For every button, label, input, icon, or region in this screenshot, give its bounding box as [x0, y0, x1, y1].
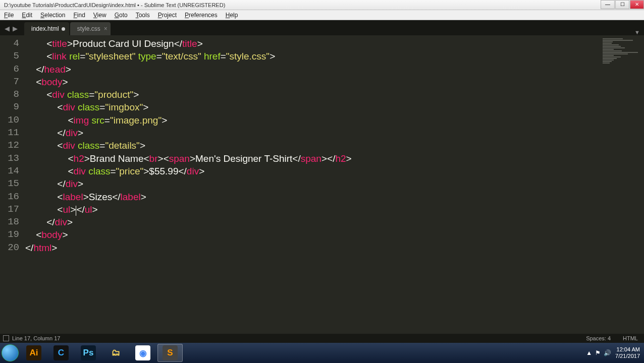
- minimap-line: [603, 50, 622, 51]
- menu-view[interactable]: View: [89, 11, 111, 20]
- menu-goto[interactable]: Goto: [111, 11, 132, 20]
- line-number[interactable]: 11: [0, 127, 25, 139]
- tab-index-html[interactable]: index.html: [24, 22, 69, 35]
- code-line[interactable]: <div class="imgbox">: [25, 101, 599, 113]
- tray-chevron-icon[interactable]: ▲: [586, 349, 592, 356]
- code-line[interactable]: <h2>Brand Name<br><span>Men's Designer T…: [25, 152, 599, 165]
- code-line[interactable]: </div>: [25, 177, 599, 190]
- tray-volume-icon[interactable]: 🔊: [604, 349, 611, 356]
- line-number[interactable]: 15: [0, 177, 25, 190]
- line-number[interactable]: 17: [0, 203, 25, 216]
- tray-icons[interactable]: ▲ ⚑ 🔊: [586, 349, 611, 356]
- tab-dirty-icon: [62, 27, 65, 31]
- nav-forward-icon[interactable]: ▶: [13, 25, 18, 32]
- line-number[interactable]: 9: [0, 101, 25, 113]
- tab-bar: ◀ ▶ index.htmlstyle.css× ▼: [0, 20, 644, 35]
- tray-time: 12:04 AM: [615, 346, 640, 353]
- status-position[interactable]: Line 17, Column 17: [12, 335, 60, 341]
- code-line[interactable]: <body>: [25, 76, 599, 88]
- tray-date: 7/21/2017: [615, 353, 640, 359]
- maximize-button[interactable]: ☐: [615, 0, 629, 9]
- line-number[interactable]: 14: [0, 165, 25, 177]
- minimap-line: [603, 43, 612, 44]
- minimap-line: [603, 59, 614, 60]
- taskbar-explorer[interactable]: 🗂: [103, 344, 128, 362]
- tab-dropdown-icon[interactable]: ▼: [634, 29, 640, 35]
- menu-bar: FileEditSelectionFindViewGotoToolsProjec…: [0, 10, 644, 20]
- menu-tools[interactable]: Tools: [132, 11, 154, 20]
- menu-project[interactable]: Project: [154, 11, 181, 20]
- line-number[interactable]: 13: [0, 152, 25, 165]
- minimap-line: [603, 55, 614, 56]
- line-number[interactable]: 4: [0, 37, 25, 50]
- taskbar-c4d[interactable]: C: [48, 344, 74, 362]
- minimap-line: [603, 41, 613, 42]
- line-number[interactable]: 19: [0, 228, 25, 241]
- taskbar-illustrator[interactable]: Ai: [21, 344, 46, 362]
- window-controls: — ☐ ✕: [600, 0, 644, 10]
- minimap[interactable]: [599, 35, 644, 340]
- line-number[interactable]: 10: [0, 114, 25, 127]
- line-number[interactable]: 12: [0, 139, 25, 152]
- status-icon[interactable]: [3, 335, 9, 341]
- line-number[interactable]: 8: [0, 88, 25, 101]
- code-line[interactable]: <body>: [25, 228, 599, 241]
- windows-taskbar: AiCPs🗂◉S ▲ ⚑ 🔊 12:04 AM 7/21/2017: [0, 343, 644, 363]
- tab-style-css[interactable]: style.css×: [70, 22, 111, 35]
- minimap-line: [603, 53, 628, 54]
- chrome-icon: ◉: [135, 345, 150, 360]
- tray-clock[interactable]: 12:04 AM 7/21/2017: [615, 346, 640, 359]
- tab-label: index.html: [31, 25, 59, 32]
- minimap-line: [603, 40, 633, 41]
- menu-edit[interactable]: Edit: [18, 11, 36, 20]
- code-line[interactable]: <div class="price">$55.99</div>: [25, 165, 599, 177]
- menu-file[interactable]: File: [0, 11, 18, 20]
- code-line[interactable]: <div class="product">: [25, 88, 599, 101]
- editor[interactable]: 4567891011121314151617181920 <title>Prod…: [0, 35, 644, 340]
- code-line[interactable]: </div>: [25, 127, 599, 139]
- code-line[interactable]: </html>: [25, 241, 599, 254]
- menu-find[interactable]: Find: [69, 11, 89, 20]
- status-bar: Line 17, Column 17 Spaces: 4 HTML: [0, 334, 644, 343]
- text-cursor: [76, 206, 76, 216]
- code-area[interactable]: <title>Product Card UI Design</title> <l…: [25, 35, 599, 340]
- line-number[interactable]: 20: [0, 241, 25, 254]
- tray-action-center-icon[interactable]: ⚑: [595, 349, 601, 356]
- code-line[interactable]: <img src="image.png">: [25, 114, 599, 127]
- status-syntax[interactable]: HTML: [617, 335, 644, 341]
- close-button[interactable]: ✕: [630, 0, 644, 9]
- code-line[interactable]: <label>Sizes</label>: [25, 191, 599, 203]
- system-tray[interactable]: ▲ ⚑ 🔊 12:04 AM 7/21/2017: [586, 346, 644, 359]
- line-number[interactable]: 6: [0, 63, 25, 76]
- minimap-line: [603, 56, 621, 57]
- explorer-icon: 🗂: [108, 345, 123, 360]
- minimap-line: [603, 61, 612, 62]
- minimap-line: [603, 38, 623, 39]
- menu-selection[interactable]: Selection: [36, 11, 69, 20]
- start-button[interactable]: [0, 343, 20, 363]
- code-line[interactable]: </head>: [25, 63, 599, 76]
- line-number[interactable]: 18: [0, 216, 25, 228]
- taskbar-sublime[interactable]: S: [157, 344, 183, 362]
- gutter: 4567891011121314151617181920: [0, 35, 25, 340]
- menu-preferences[interactable]: Preferences: [181, 11, 222, 20]
- status-spaces[interactable]: Spaces: 4: [580, 335, 617, 341]
- code-line[interactable]: <div class="details">: [25, 139, 599, 152]
- code-line[interactable]: <ul></ul>: [25, 203, 599, 216]
- code-line[interactable]: </div>: [25, 216, 599, 228]
- nav-back-icon[interactable]: ◀: [5, 25, 10, 32]
- taskbar-chrome[interactable]: ◉: [130, 344, 155, 362]
- menu-help[interactable]: Help: [222, 11, 242, 20]
- line-number[interactable]: 7: [0, 76, 25, 88]
- photoshop-icon: Ps: [81, 345, 96, 360]
- taskbar-photoshop[interactable]: Ps: [76, 344, 101, 362]
- minimap-line: [603, 44, 619, 45]
- tab-close-icon[interactable]: ×: [104, 25, 108, 32]
- minimap-line: [603, 46, 621, 47]
- line-number[interactable]: 5: [0, 50, 25, 63]
- code-line[interactable]: <link rel="stylesheet" type="text/css" h…: [25, 50, 599, 63]
- line-number[interactable]: 16: [0, 191, 25, 203]
- window-title: D:\youtube Tutorials\ProductCardUIDesign…: [4, 2, 600, 8]
- code-line[interactable]: <title>Product Card UI Design</title>: [25, 37, 599, 50]
- minimize-button[interactable]: —: [601, 0, 615, 9]
